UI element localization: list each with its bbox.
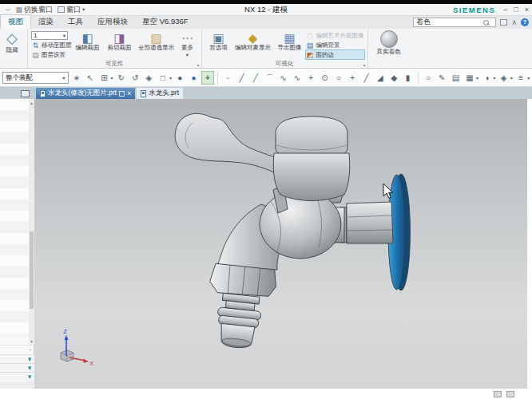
more-tools-icon[interactable]: ≡ xyxy=(515,72,526,84)
restore-window-icon[interactable] xyxy=(21,90,30,97)
chevron-down-icon[interactable]: ▾ xyxy=(111,75,113,81)
snap-cone-icon[interactable]: ◢ xyxy=(375,72,386,84)
edit-object-display-button[interactable]: ◆ 编辑对象显示 xyxy=(232,30,274,52)
chevron-down-icon[interactable]: ∨ xyxy=(27,365,32,371)
edit-section-button[interactable]: ◧ 编辑截面 xyxy=(72,30,104,52)
visualization-stack: □ 编辑艺术外观图像 ▤ 编辑背景 ◩ 面的边 xyxy=(306,30,364,59)
chevron-down-icon[interactable]: ▾ xyxy=(510,75,513,81)
window-list-icon[interactable] xyxy=(500,19,507,26)
layer-select[interactable]: 1 ▾ xyxy=(31,31,68,40)
snap-arc-icon[interactable]: ⌒ xyxy=(264,72,275,84)
tab-view[interactable]: 视图 xyxy=(0,14,31,29)
snap-existing-point-icon[interactable]: ╱ xyxy=(360,72,371,84)
collapsed-section-2[interactable]: ∨ xyxy=(0,363,34,372)
selection-scope-select[interactable]: 整个装配 ▾ xyxy=(2,72,69,84)
chevron-down-icon[interactable]: ∨ xyxy=(27,373,32,380)
ribbon-tab-row: 视图 渲染 工具 应用模块 星空 V6.936F ∧ ? xyxy=(0,16,532,29)
tab-tools[interactable]: 工具 xyxy=(61,15,90,29)
render-style-icon[interactable]: ◑ xyxy=(481,72,492,84)
snap-midpoint-icon[interactable]: ╱ xyxy=(250,72,261,84)
layer-settings-button[interactable]: ▤ 图层设置 xyxy=(31,50,72,59)
edit-section-icon: ◧ xyxy=(81,31,93,45)
view-cube-icon[interactable]: ◈ xyxy=(498,72,509,84)
hide-icon: ◇ xyxy=(6,30,18,46)
grid-icon[interactable]: ▦ xyxy=(464,72,475,84)
chevron-down-icon[interactable]: ▾ xyxy=(493,75,495,81)
graphics-viewport[interactable]: Z X xyxy=(34,99,527,389)
select-cursor-icon[interactable]: ↖ xyxy=(85,72,96,84)
rotate-ccw-icon[interactable]: ↺ xyxy=(129,72,141,84)
pin-icon[interactable] xyxy=(119,91,125,97)
scroll-up-icon[interactable]: ▴ xyxy=(29,100,34,105)
chevron-down-icon[interactable]: ▾ xyxy=(169,75,172,81)
snap-face-icon[interactable]: ◆ xyxy=(388,72,399,84)
snap-intersection-icon[interactable]: + xyxy=(305,72,316,84)
hide-label: 隐藏 xyxy=(6,47,18,54)
vertical-scrollbar[interactable]: ▴ ▾ xyxy=(29,99,34,345)
snap-quadrant-icon[interactable]: + xyxy=(347,72,358,84)
edit-object-display-icon: ◆ xyxy=(248,31,258,45)
snap-spline-icon[interactable]: ∿ xyxy=(292,72,303,84)
triad-x-label: X xyxy=(89,360,94,367)
dome-cap xyxy=(276,117,347,159)
collapsed-section-3[interactable]: ∨ xyxy=(0,372,34,381)
right-edge-strip xyxy=(527,198,532,399)
move-to-layer-button[interactable]: ⇅ 移动至图层 xyxy=(31,41,72,49)
snap-endpoint-icon[interactable]: ╱ xyxy=(236,72,247,84)
hide-button[interactable]: ◇ 隐藏 xyxy=(0,30,24,54)
rectangle-select-icon[interactable]: ⊞ xyxy=(98,72,109,84)
snap-spline-pole-icon[interactable]: ∿ xyxy=(277,72,288,84)
search-input[interactable] xyxy=(414,18,482,26)
chevron-down-icon[interactable]: ▾ xyxy=(527,75,530,81)
scroll-right-icon[interactable]: › xyxy=(30,347,31,353)
blue-sphere-icon[interactable]: ● xyxy=(188,72,199,84)
part-tab-active[interactable]: 水龙头(修改)无图片.prt × xyxy=(36,88,135,99)
command-search-box[interactable] xyxy=(413,18,496,27)
chevron-down-icon: ▾ xyxy=(63,33,66,39)
clip-section-button[interactable]: ◨ 剪切截面 xyxy=(104,30,136,52)
minimize-ribbon-icon[interactable]: ∧ xyxy=(511,18,517,26)
chevron-down-icon[interactable]: ∨ xyxy=(27,356,32,362)
asterisk-filter-icon[interactable]: ∗ xyxy=(71,72,82,84)
edit-background-button[interactable]: ▤ 编辑背景 xyxy=(306,41,364,49)
chevron-down-icon[interactable]: ▾ xyxy=(476,75,478,81)
more-button[interactable]: ⋯ 更多 ▾ xyxy=(177,30,198,58)
edit-display-icon[interactable]: ✎ xyxy=(436,72,447,84)
close-icon[interactable]: × xyxy=(127,90,131,97)
face-edges-button[interactable]: ◩ 面的边 xyxy=(306,50,364,59)
snap-circle-icon[interactable]: ○ xyxy=(333,72,344,84)
navigator-list[interactable] xyxy=(0,99,29,337)
snap-point-icon[interactable]: ◦ xyxy=(222,72,233,84)
marquee-icon[interactable]: □ xyxy=(157,72,169,84)
collapsed-section-1[interactable]: ∨ xyxy=(0,354,34,363)
circle-tool-icon[interactable]: ○ xyxy=(423,72,434,84)
group-label-visualization: 可视化 xyxy=(202,60,367,68)
scroll-down-icon[interactable]: ▾ xyxy=(29,338,34,344)
rotate-cw-icon[interactable]: ↻ xyxy=(116,72,127,84)
tab-application[interactable]: 应用模块 xyxy=(90,15,135,29)
show-all-translucent-button[interactable]: ▨ 全部通透显示 xyxy=(136,30,177,52)
preferences-button[interactable]: ▣ 首选项 xyxy=(205,30,232,52)
snap-center-icon[interactable]: ⊙ xyxy=(319,72,330,84)
part-tab-inactive[interactable]: 水龙头.prt xyxy=(137,88,183,99)
show-all-translucent-label: 全部通透显示 xyxy=(138,45,174,52)
horizontal-scroll-row[interactable]: › xyxy=(0,345,34,354)
layers-icon[interactable]: ▤ xyxy=(450,72,461,84)
help-icon[interactable]: ? xyxy=(521,18,529,26)
chevron-down-icon: ▾ xyxy=(186,52,189,58)
toolbar-separator xyxy=(418,72,419,85)
export-image-button[interactable]: ▦ 导出图像 xyxy=(274,30,306,52)
snap-edge-icon[interactable]: ▮ xyxy=(402,72,413,84)
tab-render[interactable]: 渲染 xyxy=(31,15,61,29)
tab-starsky[interactable]: 星空 V6.936F xyxy=(135,15,196,29)
gray-sphere-icon[interactable]: ● xyxy=(174,72,185,84)
scrollbar-thumb[interactable] xyxy=(30,231,34,309)
orient-view-icon[interactable]: ◈ xyxy=(143,72,154,84)
pan-icon[interactable]: + xyxy=(202,72,213,84)
outlet-assembly xyxy=(203,263,277,351)
part-tab-label: 水龙头.prt xyxy=(149,89,179,98)
faucet-body[interactable] xyxy=(175,113,410,351)
true-shading-button[interactable]: 真实着色 xyxy=(371,30,407,56)
dialog-launcher-icon[interactable]: ▾ xyxy=(363,62,365,68)
dialog-launcher-icon[interactable]: ▾ xyxy=(197,62,199,68)
